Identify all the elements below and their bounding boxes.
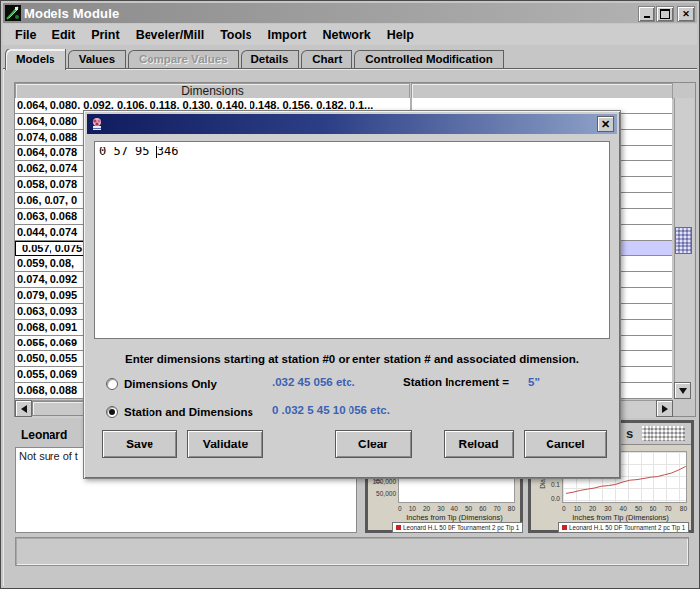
y-tick: 50,000 xyxy=(370,490,396,497)
x-tick: 80 xyxy=(508,505,515,512)
x-tick: 30 xyxy=(437,505,444,512)
tab-models[interactable]: Models xyxy=(5,49,66,70)
radio-dimensions-only[interactable]: Dimensions Only xyxy=(106,376,217,392)
window-title: Models Module xyxy=(24,6,120,21)
legend-text: Leonard H.L 50 DF Tournament 2 pc Tip 1 xyxy=(569,524,685,531)
minimize-button[interactable] xyxy=(638,6,655,22)
validate-button[interactable]: Validate xyxy=(187,430,263,458)
column-header-dimensions[interactable]: Dimensions xyxy=(15,83,410,99)
x-tick: 60 xyxy=(479,505,486,512)
radio-icon[interactable] xyxy=(106,378,118,390)
dialog-close-button[interactable]: ✕ xyxy=(597,116,614,132)
scroll-left-button[interactable] xyxy=(15,400,32,417)
menu-print[interactable]: Print xyxy=(83,26,127,44)
frame-title-fragment: s xyxy=(626,426,633,441)
x-tick: 10 xyxy=(574,505,581,512)
dimensions-only-example: .032 45 056 etc. xyxy=(272,376,355,388)
close-icon: ✕ xyxy=(682,9,690,19)
menu-tools[interactable]: Tools xyxy=(212,26,259,44)
vertical-scrollbar-thumb[interactable] xyxy=(675,227,692,254)
save-button[interactable]: Save xyxy=(102,430,177,458)
x-tick: 20 xyxy=(423,505,430,512)
close-icon: ✕ xyxy=(601,118,610,131)
x-tick: 70 xyxy=(664,505,671,512)
tab-strip: ModelsValuesCompare ValuesDetailsChartCo… xyxy=(5,48,697,69)
arrow-right-icon xyxy=(662,405,672,413)
app-window: Models Module ✕ FileEditPrintBeveler/Mil… xyxy=(0,0,700,589)
x-tick: 80 xyxy=(680,505,687,512)
station-increment-value: 5" xyxy=(528,376,540,388)
x-tick: 0 xyxy=(398,505,402,512)
station-increment-label: Station Increment = xyxy=(403,376,509,388)
minimize-icon xyxy=(644,16,650,18)
x-tick: 70 xyxy=(493,505,500,512)
menu-bar: FileEditPrintBeveler/MillToolsImportNetw… xyxy=(3,24,697,45)
tab-compare-values[interactable]: Compare Values xyxy=(128,50,238,69)
maximize-button[interactable] xyxy=(656,6,674,22)
dimensions-entry-dialog: ✕ 0 57 95 346 Enter dimensions starting … xyxy=(83,110,621,479)
legend-swatch xyxy=(396,525,401,530)
arrow-down-icon xyxy=(679,388,687,398)
radio-label: Station and Dimensions xyxy=(124,406,253,418)
cancel-button[interactable]: Cancel xyxy=(524,430,607,458)
scroll-down-button[interactable] xyxy=(674,382,691,399)
y-tick: 0.0 xyxy=(535,495,560,502)
tab-details[interactable]: Details xyxy=(241,50,300,69)
arrow-left-icon xyxy=(17,405,27,413)
x-tick: 40 xyxy=(620,505,627,512)
menu-edit[interactable]: Edit xyxy=(45,26,84,44)
dialog-instructions: Enter dimensions starting at station #0 … xyxy=(84,353,620,365)
app-icon xyxy=(5,5,21,21)
menu-beveler-mill[interactable]: Beveler/Mill xyxy=(128,26,212,44)
notes-text: Not sure of t xyxy=(19,450,78,462)
menu-help[interactable]: Help xyxy=(379,26,422,44)
dialog-title-bar[interactable]: ✕ xyxy=(87,114,617,134)
x-ticks: 01020304050607080 xyxy=(398,505,515,512)
x-tick: 40 xyxy=(451,505,458,512)
tab-values[interactable]: Values xyxy=(68,50,126,69)
tab-controlled-modification[interactable]: Controlled Modification xyxy=(354,50,503,69)
close-button[interactable]: ✕ xyxy=(677,6,695,22)
tab-chart[interactable]: Chart xyxy=(301,50,352,69)
legend-swatch xyxy=(562,525,567,530)
x-tick: 60 xyxy=(650,505,656,512)
text-caret xyxy=(156,146,157,158)
x-tick: 50 xyxy=(635,505,642,512)
model-name-label: Leonard xyxy=(21,428,67,442)
column-header-empty[interactable] xyxy=(411,83,673,99)
x-tick: 20 xyxy=(589,505,596,512)
chart-legend: Leonard H.L 50 DF Tournament 2 pc Tip 1 xyxy=(558,522,689,533)
menu-file[interactable]: File xyxy=(7,26,45,44)
scroll-right-button[interactable] xyxy=(656,400,673,417)
reload-button[interactable]: Reload xyxy=(444,430,514,458)
menu-import[interactable]: Import xyxy=(260,26,315,44)
radio-icon[interactable] xyxy=(106,406,118,418)
x-tick: 30 xyxy=(604,505,611,512)
legend-text: Leonard H.L 50 DF Tournament 2 pc Tip 1 xyxy=(403,524,519,531)
status-bar xyxy=(15,537,689,566)
dialog-icon xyxy=(90,117,105,132)
dimensions-input-textarea[interactable]: 0 57 95 346 xyxy=(94,141,610,339)
tab-divider xyxy=(3,68,697,69)
x-tick: 10 xyxy=(409,505,416,512)
station-dimensions-example: 0 .032 5 45 10 056 etc. xyxy=(272,404,390,416)
title-bar[interactable]: Models Module ✕ xyxy=(3,3,697,23)
radio-label: Dimensions Only xyxy=(124,378,217,390)
maximize-icon xyxy=(660,9,670,19)
titlebar-bumps-texture xyxy=(642,426,685,441)
x-ticks: 01020304050607080 xyxy=(562,505,687,512)
x-axis-label: Inches from Tip (Dimensions) xyxy=(554,513,687,522)
x-tick: 50 xyxy=(465,505,472,512)
x-tick: 0 xyxy=(562,505,566,512)
chart-legend: Leonard H.L 50 DF Tournament 2 pc Tip 1 xyxy=(392,522,523,533)
clear-button[interactable]: Clear xyxy=(335,430,412,458)
radio-station-and-dimensions[interactable]: Station and Dimensions xyxy=(106,404,253,420)
menu-network[interactable]: Network xyxy=(314,26,378,44)
x-axis-label: Inches from Tip (Dimensions) xyxy=(388,513,521,522)
